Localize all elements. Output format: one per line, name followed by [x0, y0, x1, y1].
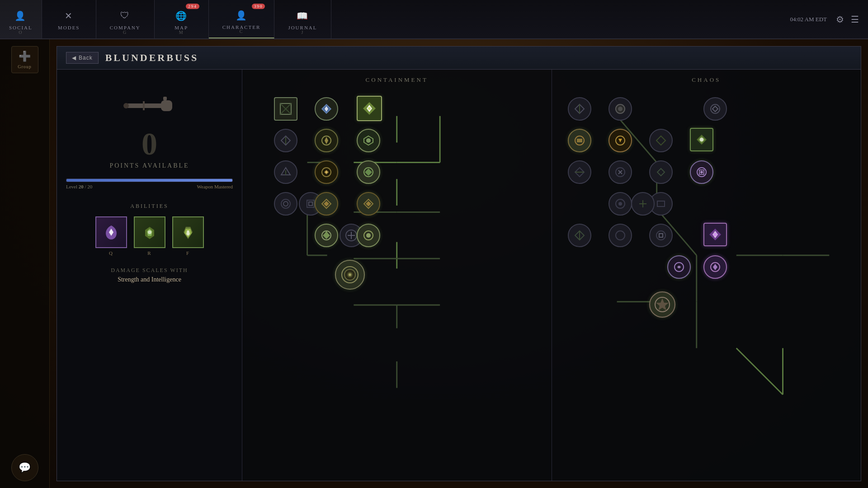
- svg-point-43: [349, 273, 351, 276]
- skill-containment-16[interactable]: [357, 224, 380, 247]
- character-shortcut: C: [240, 29, 244, 34]
- settings-icon[interactable]: ⚙: [836, 14, 844, 25]
- skill-chaos-10[interactable]: [649, 160, 673, 184]
- damage-section: DAMAGE SCALES WITH Strength and Intellig…: [66, 267, 233, 283]
- skill-containment-final[interactable]: [335, 260, 365, 290]
- nav-right-icons: ⚙ ☰: [836, 14, 859, 25]
- skill-chaos-19[interactable]: [667, 255, 691, 279]
- char-info-panel: 0 POINTS AVAILABLE Level 20 / 20 Weapon …: [57, 70, 242, 481]
- abilities-row: Q R: [66, 216, 233, 256]
- skill-containment-13[interactable]: [357, 192, 380, 216]
- ability-key-q: Q: [109, 250, 113, 256]
- back-label: Back: [79, 55, 93, 61]
- points-number: 0: [142, 128, 157, 160]
- skill-chaos-1[interactable]: [568, 97, 591, 121]
- journal-shortcut: J: [301, 30, 304, 35]
- top-navigation: 👤 SOCIAL O ✕ MODES 🛡 COMPANY G 294 🌐 MAP…: [0, 0, 868, 39]
- level-bar-fill: [66, 179, 232, 182]
- ability-key-r: R: [147, 250, 151, 256]
- svg-point-56: [618, 107, 623, 111]
- skill-containment-3[interactable]: [357, 96, 382, 121]
- level-bar-container: Level 20 / 20 Weapon Mastered: [66, 178, 233, 189]
- modes-label: MODES: [58, 25, 80, 30]
- skill-containment-4[interactable]: [274, 129, 297, 152]
- company-label: COMPANY: [110, 25, 141, 30]
- group-icon: ➕: [19, 51, 31, 62]
- group-button[interactable]: ➕ Group: [11, 46, 38, 73]
- skill-chaos-14[interactable]: [631, 192, 655, 216]
- svg-rect-0: [127, 103, 163, 108]
- nav-map[interactable]: 294 🌐 MAP M: [155, 0, 209, 38]
- company-icon: 🛡: [118, 9, 132, 23]
- abilities-section: ABILITIES Q: [66, 203, 233, 256]
- skill-containment-7[interactable]: [274, 160, 297, 184]
- skill-chaos-9[interactable]: [609, 160, 632, 184]
- skill-containment-5[interactable]: [315, 129, 338, 152]
- skill-containment-10[interactable]: [274, 192, 297, 216]
- svg-point-29: [366, 138, 371, 143]
- skill-containment-1[interactable]: [274, 97, 297, 121]
- skill-chaos-5[interactable]: [609, 129, 632, 152]
- skill-containment-2[interactable]: [315, 97, 338, 121]
- ability-icon-q[interactable]: [95, 216, 127, 248]
- skill-chaos-6[interactable]: [649, 129, 673, 152]
- skill-chaos-17[interactable]: [649, 224, 673, 247]
- svg-point-64: [700, 171, 703, 174]
- nav-journal[interactable]: 📖 JOURNAL J: [274, 0, 331, 38]
- skill-chaos-12[interactable]: [609, 192, 632, 216]
- ability-icon-r[interactable]: [134, 216, 165, 248]
- social-icon: 👤: [14, 9, 28, 23]
- skill-containment-9[interactable]: [357, 160, 380, 184]
- character-icon: 👤: [234, 8, 249, 23]
- skill-chaos-8[interactable]: [568, 160, 591, 184]
- left-sidebar: ➕ Group 💬: [0, 39, 50, 488]
- skill-chaos-final[interactable]: [649, 291, 675, 318]
- skill-containment-14[interactable]: [315, 224, 338, 247]
- skill-chaos-16[interactable]: [609, 224, 632, 247]
- ability-key-f: F: [186, 250, 189, 256]
- abilities-title: ABILITIES: [66, 203, 233, 210]
- skill-chaos-18[interactable]: [703, 223, 727, 246]
- nav-modes[interactable]: ✕ MODES: [42, 0, 96, 38]
- back-button[interactable]: ◀ Back: [66, 52, 99, 64]
- svg-point-60: [700, 138, 703, 141]
- journal-label: JOURNAL: [288, 25, 317, 30]
- social-label: SOCIAL: [9, 25, 33, 30]
- ability-icon-f[interactable]: [172, 216, 204, 248]
- containment-tree: CONTAINMENT: [242, 70, 552, 481]
- nav-company[interactable]: 🛡 COMPANY G: [96, 0, 155, 38]
- svg-point-26: [368, 107, 371, 110]
- menu-icon[interactable]: ☰: [851, 14, 859, 25]
- ability-slot-f: F: [172, 216, 204, 256]
- panel-title: BLUNDERBUSS: [105, 52, 199, 64]
- map-label: MAP: [175, 25, 188, 30]
- skill-containment-8[interactable]: [315, 160, 338, 184]
- skill-chaos-15[interactable]: [568, 224, 591, 247]
- svg-rect-2: [163, 97, 167, 100]
- ability-slot-r: R: [134, 216, 165, 256]
- level-info: Level 20 / 20 Weapon Mastered: [66, 184, 233, 189]
- panel-header: ◀ Back BLUNDERBUSS: [57, 47, 861, 70]
- svg-point-71: [656, 231, 665, 240]
- panel-body: 0 POINTS AVAILABLE Level 20 / 20 Weapon …: [57, 70, 861, 481]
- skill-chaos-3[interactable]: [703, 97, 727, 121]
- svg-point-35: [283, 202, 288, 206]
- nav-character[interactable]: 390 👤 CHARACTER C: [209, 0, 275, 38]
- group-label: Group: [18, 64, 32, 69]
- chat-button[interactable]: 💬: [11, 454, 38, 481]
- skill-chaos-11[interactable]: [690, 160, 713, 184]
- nav-social[interactable]: 👤 SOCIAL O: [0, 0, 42, 38]
- skill-chaos-20[interactable]: [703, 255, 727, 279]
- svg-point-5: [148, 230, 151, 234]
- map-badge: 294: [186, 4, 199, 9]
- damage-scales-label: DAMAGE SCALES WITH: [66, 267, 233, 274]
- skill-chaos-2[interactable]: [609, 97, 632, 121]
- skill-containment-12[interactable]: [315, 192, 338, 216]
- damage-value: Strength and Intelligence: [66, 276, 233, 283]
- journal-icon: 📖: [295, 9, 310, 23]
- svg-point-32: [326, 171, 327, 173]
- skill-chaos-7[interactable]: [690, 128, 713, 151]
- back-arrow-icon: ◀: [72, 55, 76, 61]
- skill-chaos-4[interactable]: [568, 129, 591, 152]
- skill-containment-6[interactable]: [357, 129, 380, 152]
